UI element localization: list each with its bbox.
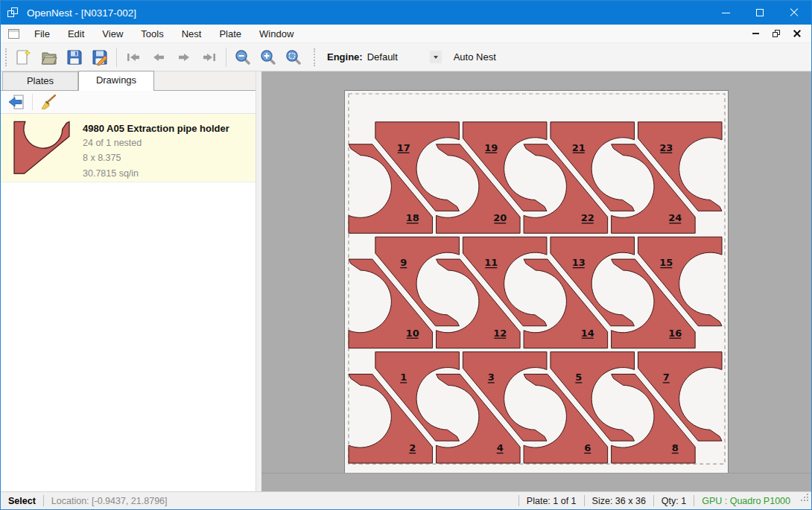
engine-select[interactable]: Default: [367, 51, 442, 63]
zoom-out-button[interactable]: [230, 45, 256, 69]
status-gpu: GPU : Quadro P1000: [702, 496, 790, 506]
menu-edit[interactable]: Edit: [59, 26, 93, 42]
part-number-label: 16: [668, 328, 682, 339]
part-number-label: 6: [584, 442, 591, 453]
return-arrow-icon: [7, 94, 25, 110]
zoom-in-icon: [260, 49, 276, 66]
tab-drawings[interactable]: Drawings: [78, 71, 154, 91]
minimize-button[interactable]: [708, 1, 743, 25]
new-file-icon: [15, 48, 33, 66]
part-number-label: 20: [493, 212, 507, 223]
status-separator: [43, 495, 44, 506]
mdi-minimize-button[interactable]: [752, 33, 759, 34]
part-number-label: 19: [484, 142, 498, 153]
part-number-label: 4: [497, 442, 504, 453]
save-floppy-icon: [66, 48, 83, 66]
part-number-label: 18: [406, 212, 419, 223]
mdi-restore-button[interactable]: [773, 30, 780, 37]
main-area: Plates Drawings: [1, 71, 811, 491]
menu-window[interactable]: Window: [250, 26, 302, 42]
menu-view[interactable]: View: [93, 26, 132, 42]
close-icon: [790, 8, 799, 17]
engine-label: Engine:: [327, 51, 363, 63]
chevron-down-icon: [434, 56, 438, 59]
status-mode: Select: [8, 496, 36, 506]
first-plate-button[interactable]: [121, 45, 146, 69]
plate-sheet[interactable]: 171819202122232491011121314151612345678: [344, 90, 729, 474]
status-plate: Plate: 1 of 1: [527, 496, 577, 506]
nav-next-icon: [177, 51, 191, 64]
broom-icon: [39, 94, 57, 110]
drawing-title: 4980 A05 Extraction pipe holder: [83, 123, 229, 134]
resize-grip-icon[interactable]: [801, 500, 808, 507]
nav-previous-icon: [151, 51, 166, 64]
drawing-list-item[interactable]: 4980 A05 Extraction pipe holder 24 of 1 …: [1, 114, 256, 182]
part-number-label: 5: [575, 372, 582, 383]
part-thumbnail: [13, 120, 71, 175]
open-folder-icon: [40, 48, 58, 66]
menu-plate[interactable]: Plate: [210, 26, 250, 42]
mdi-close-icon: [793, 30, 801, 37]
drawing-nested-count: 24 of 1 nested: [83, 137, 229, 150]
close-button[interactable]: [777, 1, 811, 25]
part-number-label: 23: [659, 142, 673, 153]
return-part-button[interactable]: [5, 92, 28, 112]
part-number-label: 10: [406, 328, 419, 339]
part-number-label: 24: [668, 212, 682, 223]
drawings-toolbar: [1, 91, 256, 114]
last-plate-button[interactable]: [197, 45, 222, 69]
opennest-window: OpenNest - [N0317-002] File Edit View To…: [0, 0, 812, 510]
nested-parts-layer: 171819202122232491011121314151612345678: [349, 122, 722, 463]
maximize-icon: [756, 9, 764, 16]
mdi-close-button[interactable]: [793, 30, 801, 37]
toolbar-separator: [32, 94, 33, 110]
part-number-label: 12: [493, 328, 507, 339]
open-button[interactable]: [37, 45, 62, 69]
toolbar-grip[interactable]: [5, 48, 7, 66]
part-number-label: 9: [400, 257, 407, 268]
part-number-label: 21: [572, 142, 586, 153]
status-separator: [653, 495, 654, 506]
nesting-canvas[interactable]: 171819202122232491011121314151612345678: [261, 71, 811, 491]
status-size: Size: 36 x 36: [592, 496, 646, 506]
save-as-button[interactable]: [87, 45, 112, 69]
part-number-label: 13: [572, 257, 586, 268]
part-number-label: 3: [488, 372, 495, 383]
tab-plates[interactable]: Plates: [2, 71, 78, 90]
menu-tools[interactable]: Tools: [132, 26, 172, 42]
minimize-icon: [722, 13, 730, 13]
part-number-label: 15: [659, 257, 673, 268]
new-button[interactable]: [11, 45, 37, 69]
panel-tabs: Plates Drawings: [1, 71, 256, 91]
auto-nest-button[interactable]: Auto Nest: [454, 51, 496, 63]
previous-plate-button[interactable]: [146, 45, 171, 69]
save-button[interactable]: [62, 45, 87, 69]
menu-nest[interactable]: Nest: [173, 26, 211, 42]
part-number-label: 7: [663, 372, 670, 383]
left-panel: Plates Drawings: [1, 71, 256, 491]
engine-dropdown-button[interactable]: [430, 51, 442, 63]
canvas-edge-line: [261, 473, 811, 474]
status-separator: [518, 495, 519, 506]
mdi-document-icon[interactable]: [8, 29, 19, 39]
status-bar: Select Location: [-0.9437, 21.8796] Plat…: [1, 491, 811, 509]
engine-value: Default: [367, 51, 428, 63]
menu-bar: File Edit View Tools Nest Plate Window: [1, 25, 811, 43]
window-title: OpenNest - [N0317-002]: [27, 7, 136, 19]
part-number-label: 11: [484, 257, 498, 268]
panel-splitter[interactable]: [256, 71, 261, 491]
part-number-label: 14: [581, 328, 594, 339]
toolbar-separator: [226, 48, 226, 67]
toolbar-grip[interactable]: [314, 48, 315, 66]
mdi-minimize-icon: [752, 33, 759, 34]
menu-file[interactable]: File: [25, 26, 59, 42]
zoom-fit-button[interactable]: [281, 45, 306, 69]
title-bar[interactable]: OpenNest - [N0317-002]: [1, 1, 811, 25]
status-qty: Qty: 1: [662, 496, 686, 506]
part-number-label: 2: [409, 442, 416, 453]
app-icon: [7, 7, 19, 18]
next-plate-button[interactable]: [171, 45, 197, 69]
zoom-in-button[interactable]: [256, 45, 281, 69]
maximize-button[interactable]: [743, 1, 777, 25]
clear-button[interactable]: [37, 92, 60, 112]
